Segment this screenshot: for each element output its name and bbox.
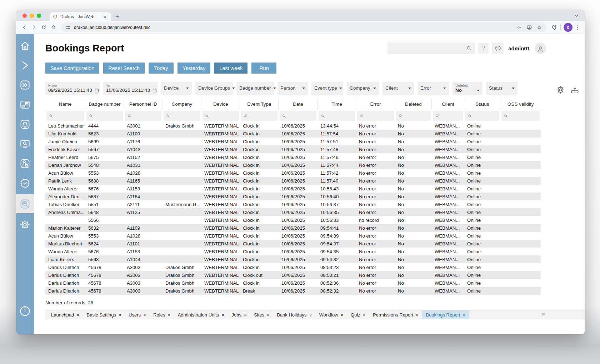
- filter-badge-number[interactable]: Badge number: [236, 82, 274, 95]
- sidebar-item-home[interactable]: [17, 37, 33, 54]
- bottom-tab-users[interactable]: Users×: [125, 310, 150, 320]
- column-header-time[interactable]: Time: [318, 99, 356, 110]
- table-row[interactable]: Acun Bülow5553A1028WEBTERMINALClock in10…: [45, 232, 541, 240]
- column-filter-input-status[interactable]: [465, 111, 499, 121]
- sidebar-item-settings[interactable]: [17, 216, 33, 233]
- filter-person[interactable]: Person: [278, 82, 308, 95]
- filter-company[interactable]: Company: [347, 82, 379, 95]
- table-row[interactable]: Alexander Den...5687A1164WEBTERMINALCloc…: [45, 193, 541, 200]
- close-icon[interactable]: ×: [244, 313, 247, 318]
- table-row[interactable]: Darius Dietrich45678A3003Drakos GmbhWEBT…: [45, 271, 541, 279]
- column-header-date[interactable]: Date: [279, 99, 318, 110]
- close-icon[interactable]: ×: [341, 313, 344, 318]
- filter-to[interactable]: To10/06/2025 15:11:43: [103, 82, 158, 95]
- column-filter-input-event-type[interactable]: [241, 111, 278, 121]
- global-search-input[interactable]: [391, 46, 466, 51]
- password-key-icon[interactable]: [516, 25, 522, 30]
- column-filter-input-date[interactable]: [280, 111, 316, 121]
- close-icon[interactable]: ×: [119, 313, 121, 318]
- sidebar-item-terminal-search[interactable]: [17, 135, 33, 152]
- column-filter-input-oss-validity[interactable]: [501, 111, 540, 121]
- user-avatar[interactable]: [535, 43, 546, 54]
- install-app-icon[interactable]: [526, 25, 532, 30]
- bottom-tab-jobs[interactable]: Jobs×: [228, 310, 250, 320]
- close-icon[interactable]: ×: [363, 313, 366, 318]
- filter-from[interactable]: From09/29/2025 15:11:43: [45, 82, 100, 95]
- save-configuration-button[interactable]: Save Configuration: [45, 63, 99, 74]
- column-filter-input-device[interactable]: [202, 111, 239, 121]
- column-filter-input-client[interactable]: [433, 111, 463, 121]
- reload-icon[interactable]: [39, 23, 49, 32]
- column-filter-input-company[interactable]: [164, 111, 200, 121]
- column-header-device[interactable]: Device: [201, 99, 240, 110]
- table-row[interactable]: Darian Jarchow5548A1031WEBTERMINALClock …: [45, 161, 541, 169]
- today-button[interactable]: Today: [149, 63, 174, 74]
- table-row[interactable]: Wanda Alterer5676A1153WEBTERMINALClock i…: [45, 248, 541, 255]
- close-icon[interactable]: ×: [76, 313, 79, 318]
- home-icon-toolbar[interactable]: [49, 23, 58, 32]
- close-tab-icon[interactable]: ×: [102, 14, 108, 20]
- column-header-event-type[interactable]: Event Type: [240, 99, 279, 110]
- column-header-client[interactable]: Client: [432, 99, 464, 110]
- zoom-window-button[interactable]: [37, 14, 41, 18]
- site-settings-tune-icon[interactable]: [65, 25, 71, 30]
- bottom-tab-workflow[interactable]: Workflow×: [316, 310, 347, 320]
- filter-deleted[interactable]: DeletedNo: [452, 82, 482, 95]
- sidebar-item-launch[interactable]: [17, 57, 33, 74]
- table-row[interactable]: Ulat Krimhold5623A1100WEBTERMINALClock i…: [45, 130, 541, 138]
- table-row[interactable]: Patrik Lenk5688A1165WEBTERMINALClock in1…: [45, 177, 541, 185]
- yesterday-button[interactable]: Yesterday: [178, 63, 210, 74]
- table-row[interactable]: Jamie Olreich5699A1176WEBTERMINALClock i…: [45, 138, 541, 145]
- sidebar-item-time[interactable]: [17, 175, 33, 191]
- column-header-badge-number[interactable]: Badge number: [85, 99, 124, 110]
- bottom-tab-launchpad[interactable]: Launchpad×: [48, 310, 83, 320]
- address-bar[interactable]: drakos.janicloud.de/janiweb/outest.risc: [61, 23, 546, 32]
- table-row[interactable]: Andreas Uhlma...5648A1125WEBTERMINALCloc…: [45, 208, 541, 216]
- table-row[interactable]: Acun Bülow5553A1028WEBTERMINALClock in10…: [45, 169, 541, 177]
- bottom-tab-roles[interactable]: Roles×: [150, 310, 174, 320]
- run-button[interactable]: Run: [251, 63, 276, 74]
- column-filter-input-error[interactable]: [357, 111, 394, 121]
- column-header-oss-validity[interactable]: OSS validity: [500, 99, 541, 110]
- sidebar-item-fast-forward[interactable]: [17, 76, 33, 93]
- chat-button[interactable]: [492, 43, 504, 54]
- column-filter-input-personnel-id[interactable]: [125, 111, 161, 121]
- gear-icon[interactable]: [556, 85, 565, 95]
- filter-client[interactable]: Client: [382, 82, 414, 95]
- bottom-tab-basic-settings[interactable]: Basic Settings×: [83, 310, 125, 320]
- browser-menu-kebab-icon[interactable]: ⋮: [574, 24, 581, 31]
- table-row[interactable]: 5566WEBTERMINALClock in10/06/202510:56:3…: [45, 216, 541, 224]
- bottom-tab-administration-units[interactable]: Administration Units×: [174, 310, 228, 320]
- filter-device[interactable]: Device: [161, 82, 192, 95]
- table-row[interactable]: Darius Dietrich45678A3003Drakos GmbhWEBT…: [45, 279, 541, 287]
- browser-profile-avatar[interactable]: D: [564, 23, 572, 32]
- table-row[interactable]: Markus Blechert5624A1101WEBTERMINALClock…: [45, 240, 541, 248]
- column-header-deleted[interactable]: Deleted: [395, 99, 432, 110]
- table-row[interactable]: Darius Dietrich45678A3003Drakos GmbhWEBT…: [45, 287, 541, 295]
- bottom-tab-sites[interactable]: Sites×: [250, 310, 273, 320]
- close-icon[interactable]: ×: [463, 313, 466, 318]
- column-filter-input-time[interactable]: [319, 111, 355, 121]
- sidebar-item-logout[interactable]: [17, 303, 33, 319]
- table-row[interactable]: Heather Leerd5675A1152WEBTERMINALClock i…: [45, 153, 541, 161]
- reset-search-button[interactable]: Reset Search: [103, 63, 145, 74]
- bottom-tab-quiz[interactable]: Quiz×: [347, 310, 369, 320]
- minimize-window-button[interactable]: [30, 14, 34, 18]
- table-row[interactable]: Darius Dietrich45678A3003Drakos GmbhWEBT…: [45, 263, 541, 271]
- back-icon[interactable]: [20, 23, 29, 32]
- table-row[interactable]: Liam Keilers5563A1044WEBTERMINALClock in…: [45, 255, 541, 263]
- column-header-personnel-id[interactable]: Personnel ID: [124, 99, 162, 110]
- column-header-name[interactable]: Name: [45, 99, 85, 110]
- column-filter-input-deleted[interactable]: [396, 111, 431, 121]
- filter-error[interactable]: Error: [418, 82, 449, 95]
- table-row[interactable]: Leo Schumacher4444A3001Drakos GmbhWEBTER…: [45, 122, 541, 130]
- bottom-tab-bank-holidays[interactable]: Bank Holidays×: [273, 310, 315, 320]
- tab-list-hamburger-icon[interactable]: ≡: [542, 311, 545, 319]
- close-icon[interactable]: ×: [221, 313, 224, 318]
- close-window-button[interactable]: [22, 14, 27, 18]
- column-header-error[interactable]: Error: [356, 99, 395, 110]
- close-icon[interactable]: ×: [416, 313, 419, 318]
- column-filter-input-name[interactable]: [46, 111, 84, 121]
- filter-device-groups[interactable]: Device Groups: [195, 82, 233, 95]
- extensions-puzzle-icon[interactable]: [549, 23, 559, 32]
